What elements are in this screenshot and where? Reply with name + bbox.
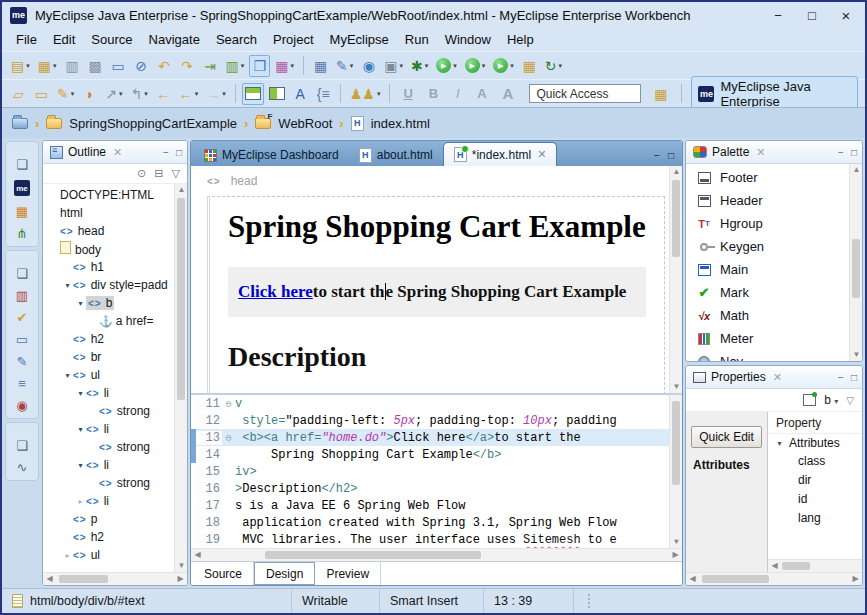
outline-node-li[interactable]: ▾<>li <box>43 456 174 474</box>
minimize-view-icon[interactable]: − <box>838 372 844 383</box>
outline-node-h1[interactable]: <>h1 <box>43 258 174 276</box>
palette-item-meter[interactable]: Meter <box>696 327 849 350</box>
forward-button[interactable]: →▾ <box>203 83 229 105</box>
palette-item-keygen[interactable]: Keygen <box>696 235 849 258</box>
design-link-strip[interactable]: Click hereto start the Spring Shopping C… <box>228 267 646 317</box>
menu-help[interactable]: Help <box>499 29 542 50</box>
source-vertical-scrollbar[interactable]: ▼ <box>669 395 682 548</box>
breadcrumb-item[interactable]: SpringShoppingCartExample <box>69 116 237 131</box>
maximize-view-icon[interactable]: □ <box>176 147 182 158</box>
source-line-16[interactable]: 16>Description</h2> <box>191 480 669 497</box>
settings-view-icon[interactable]: ≡ <box>18 377 26 390</box>
selected-element-label[interactable]: b ▾ <box>824 393 838 407</box>
design-h1[interactable]: Spring Shopping Cart Example <box>228 209 646 245</box>
code-text[interactable]: v <box>235 397 669 411</box>
save-button[interactable]: ▥ <box>62 55 83 77</box>
properties-tab[interactable]: Properties ✕ <box>691 366 784 388</box>
terminal-view-icon[interactable]: ∿ <box>17 461 28 474</box>
java-search-button[interactable]: ✎▾ <box>333 55 356 77</box>
outline-node-ul[interactable]: ▸<>ul <box>43 546 174 564</box>
close-icon[interactable]: ✕ <box>756 146 765 159</box>
mode-tab-source[interactable]: Source <box>193 562 254 585</box>
palette-item-hgroup[interactable]: TTHgroup <box>696 212 849 235</box>
myeclipse-logo-icon[interactable]: me <box>14 180 30 196</box>
expanded-arrow-icon[interactable]: ▾ <box>75 299 86 308</box>
expanded-arrow-icon[interactable]: ▾ <box>75 389 86 398</box>
outline-node-head[interactable]: <>head <box>43 222 174 240</box>
open-type-button[interactable]: ❒ <box>249 55 270 77</box>
goto-last-edit-button[interactable]: ↰▾ <box>128 83 151 105</box>
users-button[interactable]: ♟♟▾ <box>347 83 384 105</box>
ant-build-button[interactable]: ↗▾ <box>102 83 125 105</box>
palette-item-main[interactable]: Main <box>696 258 849 281</box>
breadcrumb-item[interactable]: index.html <box>371 116 430 131</box>
menu-project[interactable]: Project <box>265 29 321 50</box>
split-vertical-button[interactable] <box>266 83 288 105</box>
grid-view-button[interactable]: ▦ <box>310 55 331 77</box>
source-line-11[interactable]: 11⊖v <box>191 395 669 412</box>
console-view-icon[interactable]: ▭ <box>16 333 28 346</box>
refresh-button[interactable]: ↻▾ <box>542 55 565 77</box>
db-browser-view-icon[interactable]: ▦ <box>16 205 28 218</box>
palette-item-mark[interactable]: ✔Mark <box>696 281 849 304</box>
source-line-13[interactable]: 13⊖ <b><a href="home.do">Click here</a>t… <box>191 429 669 446</box>
restore-view-icon[interactable]: ❏ <box>16 267 28 280</box>
new-project-button[interactable]: ▦▾ <box>35 55 60 77</box>
mode-tab-preview[interactable]: Preview <box>315 562 381 585</box>
code-text[interactable]: Spring Shopping Cart Example</b> <box>235 448 669 462</box>
mode-tab-design[interactable]: Design <box>254 562 315 585</box>
new-package-button[interactable]: ▦ <box>519 55 540 77</box>
collapsed-arrow-icon[interactable]: ▸ <box>75 497 86 506</box>
drag-handle[interactable]: · · · · <box>9 426 36 430</box>
open-console-button[interactable]: ▭ <box>108 55 129 77</box>
expanded-arrow-icon[interactable]: ▾ <box>75 425 86 434</box>
external-tools-button[interactable]: ✱▾ <box>408 55 431 77</box>
web-view-icon[interactable]: ◉ <box>16 399 27 412</box>
source-mode-button[interactable]: {≡ <box>313 83 334 105</box>
expanded-arrow-icon[interactable]: ▾ <box>62 281 73 290</box>
source-line-12[interactable]: 12 style="padding-left: 5px; padding-top… <box>191 412 669 429</box>
minimize-view-icon[interactable]: − <box>163 147 169 158</box>
format-a2-button[interactable]: A <box>496 83 521 105</box>
properties-horizontal-scrollbar[interactable]: ◀ ▶ <box>686 572 862 585</box>
outline-node-br[interactable]: <>br <box>43 348 174 366</box>
profile-button[interactable]: ▶▾ <box>490 55 517 77</box>
outline-node-strong[interactable]: <>strong <box>43 402 174 420</box>
design-link-suffix[interactable]: to start the Spring Shopping Cart Exampl… <box>313 282 627 301</box>
close-button[interactable]: × <box>829 3 863 27</box>
source-line-14[interactable]: 14 Spring Shopping Cart Example</b> <box>191 446 669 463</box>
split-horizontal-button[interactable] <box>242 83 264 105</box>
view-menu-icon[interactable]: ▽ <box>172 167 180 180</box>
design-vertical-scrollbar[interactable]: ▲ ▼ <box>669 166 682 393</box>
design-body-box[interactable]: Spring Shopping Cart Example Click heret… <box>207 196 665 393</box>
expanded-arrow-icon[interactable]: ▾ <box>62 371 73 380</box>
maximize-view-icon[interactable]: □ <box>851 147 857 158</box>
outline-node-div[interactable]: ▾<>div style=padd <box>43 276 174 294</box>
back-button[interactable]: ←▾ <box>176 83 202 105</box>
expanded-arrow-icon[interactable]: ▾ <box>75 461 86 470</box>
maximize-button[interactable]: □ <box>795 3 829 27</box>
type-hierarchy-view-icon[interactable]: ⋔ <box>17 227 28 240</box>
web-browser-button[interactable]: ◉ <box>358 55 379 77</box>
palette-tab[interactable]: Palette ✕ <box>691 141 768 163</box>
format-a-button[interactable]: A <box>470 83 493 105</box>
attributes-group-row[interactable]: ▾Attributes <box>768 434 862 452</box>
format-i-button[interactable]: I <box>447 83 468 105</box>
design-view[interactable]: <>head Spring Shopping Cart Example Clic… <box>191 166 682 395</box>
design-link[interactable]: Click here <box>238 282 313 301</box>
minimize-view-icon[interactable]: − <box>838 147 844 158</box>
menu-myeclipse[interactable]: MyEclipse <box>322 29 397 50</box>
outline-node-strong[interactable]: <>strong <box>43 438 174 456</box>
open-resource-button[interactable]: ◗ <box>79 83 100 105</box>
palette-item-header[interactable]: Header <box>696 189 849 212</box>
code-text[interactable]: MVC libraries. The user interface uses S… <box>235 533 669 547</box>
property-row-lang[interactable]: lang <box>768 509 862 528</box>
import-button[interactable]: ▭ <box>31 83 52 105</box>
outline-node-p[interactable]: <>p <box>43 510 174 528</box>
view-menu-icon[interactable]: ▽ <box>846 395 854 406</box>
menu-search[interactable]: Search <box>208 29 265 50</box>
restore-view-icon[interactable]: ❏ <box>16 439 28 452</box>
collapsed-arrow-icon[interactable]: ▸ <box>62 551 73 560</box>
snapshot-button[interactable]: ▣▾ <box>381 55 406 77</box>
close-icon[interactable]: ✕ <box>113 146 122 159</box>
